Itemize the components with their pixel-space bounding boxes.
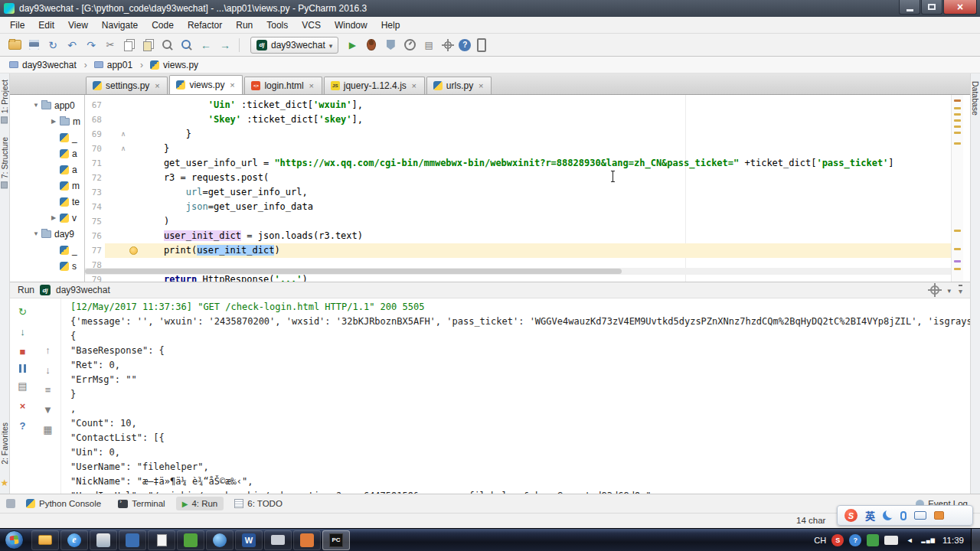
tool-window-button[interactable]: 4: Run bbox=[176, 497, 224, 510]
sync-icon[interactable]: ↻ bbox=[44, 37, 61, 54]
copy-icon[interactable] bbox=[121, 37, 138, 54]
menu-item[interactable]: Run bbox=[229, 18, 260, 33]
cut-icon[interactable]: ✂ bbox=[102, 37, 119, 54]
editor-tab[interactable]: urls.py bbox=[426, 77, 492, 94]
restore-layout-icon[interactable]: ▤ bbox=[16, 379, 30, 393]
menu-item[interactable]: VCS bbox=[295, 18, 328, 33]
menu-item[interactable]: File bbox=[3, 18, 31, 33]
menu-item[interactable]: Refactor bbox=[181, 18, 229, 33]
code-line-67[interactable]: 67 'Uin' :ticket_dict['wxuin'], bbox=[85, 98, 951, 112]
taskbar-app-button[interactable] bbox=[264, 530, 292, 550]
error-stripe-mark[interactable] bbox=[954, 142, 961, 145]
tree-row[interactable]: s bbox=[10, 258, 84, 274]
close-tab-icon[interactable] bbox=[153, 82, 161, 90]
undo-icon[interactable]: ↶ bbox=[64, 37, 80, 54]
editor-tab[interactable]: settings.py bbox=[86, 77, 168, 94]
error-stripe-mark[interactable] bbox=[954, 119, 961, 122]
green-tray-icon[interactable] bbox=[867, 534, 879, 546]
error-stripe[interactable] bbox=[951, 95, 963, 282]
error-stripe-mark[interactable] bbox=[954, 107, 961, 109]
open-icon[interactable] bbox=[6, 37, 23, 54]
tree-row[interactable]: _ bbox=[10, 242, 84, 258]
show-desktop-button[interactable] bbox=[971, 529, 980, 551]
error-stripe-mark[interactable] bbox=[954, 230, 961, 232]
taskbar-clock[interactable]: 11:39 bbox=[936, 536, 971, 545]
debug-icon[interactable] bbox=[363, 37, 380, 54]
close-tab-icon[interactable] bbox=[228, 81, 236, 90]
editor-tab[interactable]: views.py bbox=[169, 75, 243, 94]
soft-wrap-icon[interactable]: ≡ bbox=[41, 383, 55, 396]
tree-row[interactable]: a bbox=[10, 145, 84, 161]
network-icon[interactable]: ▂▄▆ bbox=[921, 534, 936, 546]
tree-expand-icon[interactable]: ▶ bbox=[51, 118, 60, 125]
code-line-73[interactable]: 73 url=get_user_info_url, bbox=[85, 185, 951, 200]
tree-expand-icon[interactable]: ▼ bbox=[33, 230, 41, 237]
error-stripe-mark[interactable] bbox=[954, 268, 961, 270]
tree-row[interactable]: ▼ app0 bbox=[10, 97, 84, 113]
run-icon[interactable]: ▶ bbox=[344, 37, 361, 54]
close-tab-icon[interactable] bbox=[410, 82, 418, 90]
moon-icon[interactable] bbox=[883, 510, 893, 520]
menu-item[interactable]: View bbox=[61, 18, 95, 33]
breadcrumb-item[interactable]: views.py bbox=[149, 60, 211, 70]
tree-row[interactable]: ▶ m bbox=[10, 113, 84, 129]
find-in-path-icon[interactable] bbox=[178, 37, 195, 54]
maximize-button[interactable] bbox=[921, 0, 942, 15]
error-stripe-mark[interactable] bbox=[954, 126, 961, 128]
tool-window-button[interactable]: 6: TODO bbox=[228, 497, 289, 510]
tree-expand-icon[interactable]: ▼ bbox=[33, 102, 41, 109]
print-icon[interactable]: ▦ bbox=[41, 422, 55, 436]
console-lines[interactable]: [12/May/2017 11:37:36] "GET /check-login… bbox=[60, 298, 970, 494]
tool-window-button[interactable]: Python Console bbox=[20, 497, 107, 510]
code-line-76[interactable]: 76 user_init_dict = json.loads(r3.text) bbox=[85, 229, 951, 243]
close-tab-icon[interactable] bbox=[308, 82, 315, 90]
scrollbar-thumb[interactable] bbox=[85, 269, 622, 274]
menu-item[interactable]: Tools bbox=[260, 18, 295, 33]
tool-stripe-project[interactable]: 1: Project bbox=[0, 80, 9, 123]
chevron-down-icon[interactable] bbox=[947, 285, 951, 295]
code-line-69[interactable]: 69∧ } bbox=[85, 127, 951, 142]
input-lang-indicator[interactable]: CH bbox=[814, 534, 826, 546]
tool-window-button[interactable]: Terminal bbox=[112, 497, 171, 510]
error-stripe-mark[interactable] bbox=[954, 99, 961, 102]
code-line-74[interactable]: 74 json=get_user_info_data bbox=[85, 200, 951, 214]
stop-icon[interactable]: ■ bbox=[16, 344, 30, 358]
keyboard-icon[interactable] bbox=[914, 511, 926, 520]
keyboard-tray-icon[interactable] bbox=[884, 536, 898, 545]
menu-item[interactable]: Edit bbox=[31, 18, 61, 33]
gear-icon[interactable] bbox=[930, 285, 939, 295]
rerun-icon[interactable]: ↻ bbox=[16, 305, 30, 318]
taskbar-app-button[interactable]: PC bbox=[322, 530, 350, 550]
close-tab-icon[interactable] bbox=[477, 82, 485, 90]
up-stack-icon[interactable]: ↑ bbox=[41, 343, 55, 357]
sogou-logo-icon[interactable]: S bbox=[844, 509, 858, 522]
redo-icon[interactable]: ↷ bbox=[83, 37, 100, 54]
microphone-icon[interactable] bbox=[900, 511, 906, 520]
scroll-end-icon[interactable]: ▼ bbox=[41, 403, 55, 416]
taskbar-app-button[interactable] bbox=[206, 530, 234, 550]
taskbar-app-button[interactable] bbox=[31, 530, 59, 550]
volume-icon[interactable]: ◄ bbox=[903, 534, 916, 546]
forward-icon[interactable]: → bbox=[217, 37, 234, 54]
tree-row[interactable]: ▶ v bbox=[10, 210, 84, 226]
code-line-70[interactable]: 70∧ } bbox=[85, 142, 951, 156]
start-button[interactable] bbox=[5, 530, 24, 549]
editor-tab[interactable]: login.html bbox=[244, 77, 322, 94]
tree-row[interactable]: _ bbox=[10, 129, 84, 145]
taskbar-app-button[interactable] bbox=[90, 530, 117, 550]
taskbar-app-button[interactable]: W bbox=[235, 530, 263, 550]
taskbar-app-button[interactable] bbox=[177, 530, 204, 550]
breadcrumb-item[interactable]: day93wechat bbox=[8, 60, 93, 70]
tree-expand-icon[interactable]: ▶ bbox=[51, 214, 60, 221]
tree-row[interactable]: te bbox=[10, 194, 84, 210]
tree-row[interactable]: a bbox=[10, 161, 84, 178]
minimize-button[interactable] bbox=[899, 0, 920, 15]
error-stripe-mark[interactable] bbox=[954, 248, 961, 250]
tree-row[interactable]: m bbox=[10, 178, 84, 194]
horizontal-scrollbar[interactable] bbox=[85, 268, 951, 275]
device-icon[interactable] bbox=[473, 37, 490, 54]
editor[interactable]: 67 'Uin' :ticket_dict['wxuin'],68 'Skey'… bbox=[85, 95, 951, 282]
taskbar-app-button[interactable] bbox=[119, 530, 146, 550]
code-line-77[interactable]: 77 print(user_init_dict) bbox=[85, 243, 951, 258]
paste-icon[interactable] bbox=[140, 37, 157, 54]
